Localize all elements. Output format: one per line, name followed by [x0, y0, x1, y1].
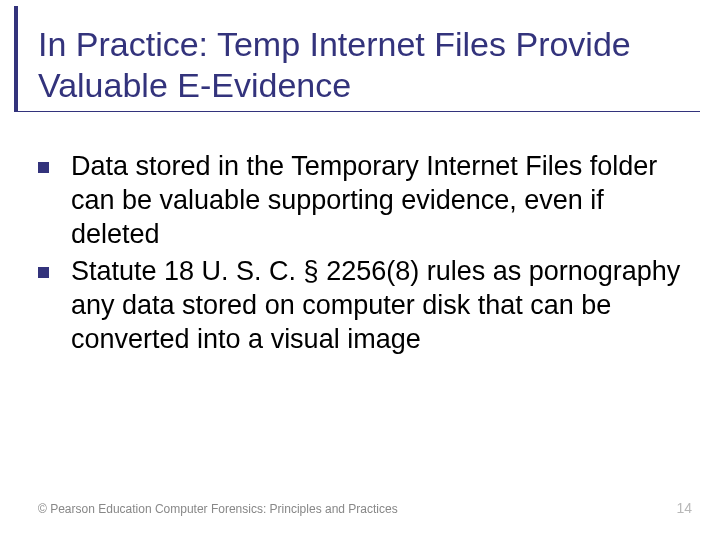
title-container: In Practice: Temp Internet Files Provide…: [14, 6, 700, 112]
bullet-text: Data stored in the Temporary Internet Fi…: [71, 150, 690, 251]
slide-title: In Practice: Temp Internet Files Provide…: [38, 24, 700, 106]
footer-copyright: © Pearson Education Computer Forensics: …: [38, 502, 398, 516]
list-item: Data stored in the Temporary Internet Fi…: [38, 150, 690, 251]
page-number: 14: [676, 500, 692, 516]
square-bullet-icon: [38, 267, 49, 278]
list-item: Statute 18 U. S. C. § 2256(8) rules as p…: [38, 255, 690, 356]
square-bullet-icon: [38, 162, 49, 173]
slide-body: Data stored in the Temporary Internet Fi…: [38, 150, 690, 361]
bullet-text: Statute 18 U. S. C. § 2256(8) rules as p…: [71, 255, 690, 356]
